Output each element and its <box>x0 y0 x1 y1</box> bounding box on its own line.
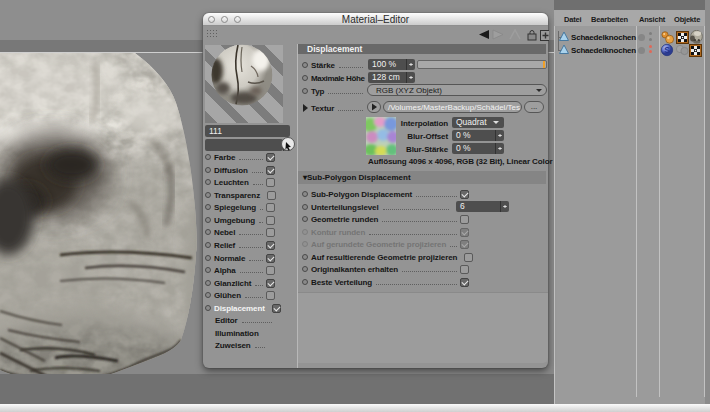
svg-text:S: S <box>664 45 670 55</box>
